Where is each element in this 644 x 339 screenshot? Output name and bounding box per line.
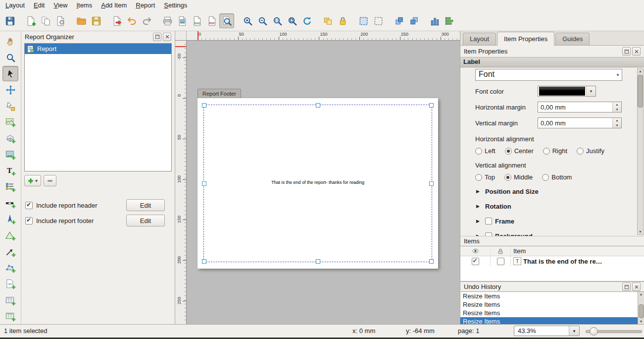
undo-history-entry[interactable]: Resize Items [460,309,638,317]
zoom-slider[interactable] [586,325,642,338]
undo-history-entry[interactable]: Resize Items [460,317,638,324]
print-button[interactable] [160,13,175,28]
tree-item-report[interactable]: Report [25,44,171,54]
zoom-slider-thumb[interactable] [590,327,598,336]
menu-layout[interactable]: Layout [1,0,29,11]
section-rotation[interactable]: ▶Rotation [475,202,622,211]
add-section-button[interactable]: ▾ [24,175,41,186]
scroll-up-icon[interactable]: ▲ [640,292,643,297]
zoom-actual-size-button[interactable]: 1:1 [270,13,285,28]
section-background[interactable]: ▶Background [475,231,622,236]
expand-caret-icon[interactable]: ▶ [475,233,482,236]
export-as-template-button[interactable] [109,13,124,28]
layout-canvas[interactable]: 050100150200250300 -50050100150200250 Re… [175,31,460,324]
move-content-tool-button[interactable] [2,82,18,98]
menu-settings[interactable]: Settings [159,0,192,11]
spin-up-icon[interactable]: ▲ [613,102,621,107]
float-panel-icon[interactable] [622,282,631,291]
add-map-button[interactable] [2,114,18,130]
undo-button[interactable] [124,13,139,28]
add-shape-button[interactable] [2,228,18,243]
add-fixed-table-button[interactable] [2,309,18,324]
items-table-row[interactable]: TThat is the end of the re… [460,256,644,266]
add-scalebar-button[interactable] [2,196,18,211]
scroll-down-icon[interactable]: ▼ [639,229,642,234]
menu-add-item[interactable]: Add Item [97,0,131,11]
expand-caret-icon[interactable]: ▶ [475,219,482,224]
properties-scrollbar[interactable]: ▲ ▼ [637,68,644,235]
menu-items[interactable]: Items [72,0,97,11]
close-panel-icon[interactable] [163,33,171,41]
selection-handle[interactable] [429,103,434,108]
label-item-text[interactable]: That is the end of the report- thanks fo… [204,180,432,185]
report-footer-tab[interactable]: Report Footer [198,89,241,99]
scroll-up-icon[interactable]: ▲ [639,69,642,74]
select-all-items-button[interactable] [356,13,371,28]
save-as-template-button[interactable] [89,13,103,28]
raise-items-button[interactable] [392,13,406,28]
lower-items-button[interactable] [406,13,421,28]
expand-caret-icon[interactable]: ▶ [475,204,482,209]
group-items-button[interactable] [320,13,335,28]
font-dropdown[interactable]: Font ▾ [475,69,622,81]
scroll-down-icon[interactable]: ▼ [640,319,643,324]
lock-items-button[interactable] [335,13,350,28]
pan-tool-button[interactable] [2,34,18,49]
font-color-button[interactable]: ▾ [538,86,596,97]
report-page[interactable]: That is the end of the report- thanks fo… [198,98,438,269]
redo-button[interactable] [139,13,154,28]
float-panel-icon[interactable] [622,47,631,56]
menu-edit[interactable]: Edit [29,0,49,11]
resize-items-button[interactable] [427,13,442,28]
scrollbar-thumb[interactable] [638,75,643,108]
vertical-margin-spinbox[interactable]: 0,00 mm ▲▼ [538,117,622,128]
horizontal-alignment-left-radio[interactable]: Left [475,147,495,155]
close-panel-icon[interactable] [632,282,641,291]
tab-item-properties[interactable]: Item Properties [497,32,554,46]
export-svg-button[interactable]: SVG [190,13,204,28]
selection-handle[interactable] [316,103,320,108]
undo-history-entry[interactable]: Resize Items [460,300,638,309]
open-template-button[interactable] [74,13,89,28]
undo-history-scrollbar[interactable]: ▲▼ [638,292,644,324]
horizontal-margin-spinbox[interactable]: 0,00 mm ▲▼ [538,102,622,113]
spin-down-icon[interactable]: ▼ [613,123,621,128]
export-image-button[interactable] [175,13,190,28]
new-layout-button[interactable] [23,13,38,28]
tab-guides[interactable]: Guides [555,33,590,45]
section-position-and-size[interactable]: ▶Position and Size [475,187,622,196]
item-visibility-checkbox[interactable] [472,258,479,265]
deselect-all-items-button[interactable] [371,13,386,28]
spin-up-icon[interactable]: ▲ [613,118,621,123]
duplicate-layout-button[interactable] [38,13,53,28]
refresh-view-button[interactable] [299,13,314,28]
selection-handle[interactable] [316,259,320,264]
horizontal-alignment-right-radio[interactable]: Right [543,147,567,155]
spinner-buttons[interactable]: ▲▼ [612,102,621,112]
zoom-combobox[interactable]: 43.3% ▾ [514,326,580,336]
vertical-alignment-middle-radio[interactable]: Middle [504,173,533,181]
expand-caret-icon[interactable]: ▶ [475,189,482,194]
scrollbar-thumb[interactable] [639,304,644,318]
item-lock-checkbox[interactable] [497,258,504,265]
add-label-button[interactable]: T [2,163,18,178]
undo-history-entry[interactable]: Resize Items [460,292,638,300]
vertical-alignment-bottom-radio[interactable]: Bottom [542,173,572,181]
add-north-arrow-button[interactable] [2,212,18,227]
selection-handle[interactable] [202,259,206,264]
close-panel-icon[interactable] [632,47,641,56]
edit-footer-button[interactable]: Edit [126,215,165,226]
layout-manager-button[interactable] [53,13,68,28]
edit-header-button[interactable]: Edit [126,199,165,211]
include-report-footer-checkbox[interactable] [25,217,33,225]
vertical-alignment-top-radio[interactable]: Top [475,173,495,181]
horizontal-alignment-justify-radio[interactable]: Justify [577,147,604,155]
zoom-in-button[interactable] [240,13,255,28]
zoom-out-button[interactable] [255,13,270,28]
export-pdf-button[interactable]: PDF [204,13,219,28]
edit-nodes-tool-button[interactable] [2,99,18,114]
add-arrow-button[interactable] [2,244,18,260]
spin-down-icon[interactable]: ▼ [613,107,621,112]
zoom-full-page-button[interactable] [219,13,234,28]
save-project-button[interactable] [2,13,17,28]
